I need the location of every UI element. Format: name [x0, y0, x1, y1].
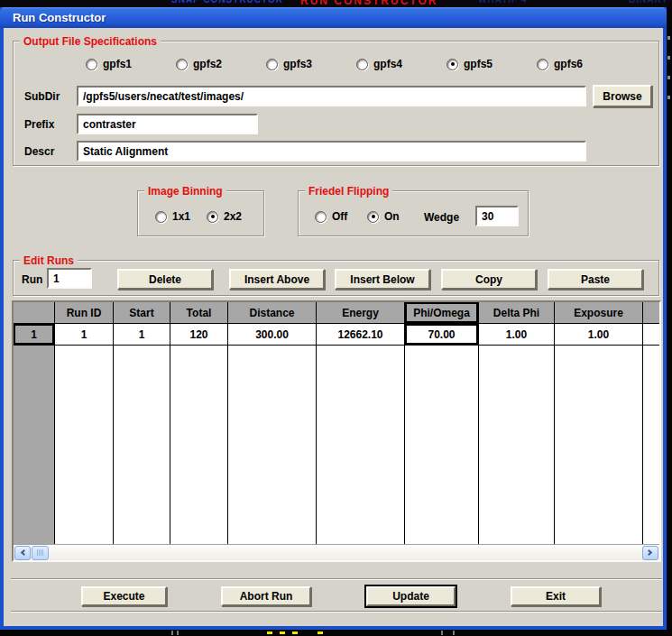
- paste-button[interactable]: Paste: [548, 269, 643, 290]
- radio-gpfs1[interactable]: gpfs1: [86, 58, 132, 70]
- radio-1x1-label: 1x1: [172, 210, 190, 223]
- chevron-left-icon: [21, 549, 27, 556]
- radio-gpfs3[interactable]: gpfs3: [266, 58, 312, 70]
- column-header-run-id[interactable]: Run ID: [55, 302, 114, 324]
- scroll-right-button[interactable]: [642, 546, 658, 560]
- radio-on-label: On: [384, 210, 400, 223]
- screen: SNAP CONSTRUCTOR RUN CONSTRUCTOR WHATIF …: [0, 0, 672, 636]
- column-header-energy[interactable]: Energy: [317, 302, 405, 324]
- chevron-right-icon: [646, 549, 652, 556]
- table-header-row: Run ID Start Total Distance Energy Phi/O…: [14, 302, 659, 324]
- radio-circle-icon: [155, 211, 167, 223]
- background-tab-run-constructor: RUN CONSTRUCTOR: [300, 0, 437, 7]
- column-header-total[interactable]: Total: [170, 302, 228, 324]
- prefix-input[interactable]: [77, 114, 258, 134]
- image-binning-legend: Image Binning: [144, 185, 226, 198]
- browse-button[interactable]: Browse: [593, 85, 652, 107]
- run-label: Run: [22, 273, 42, 286]
- radio-off-label: Off: [332, 210, 347, 223]
- subdir-label: SubDir: [24, 90, 60, 103]
- scroll-left-button[interactable]: [14, 546, 31, 560]
- background-window-bottom-strip: [0, 630, 672, 636]
- update-button[interactable]: Update: [366, 586, 456, 606]
- column-header-start[interactable]: Start: [114, 302, 170, 324]
- background-tab-whatif: WHATIF 4: [478, 0, 527, 5]
- copy-button[interactable]: Copy: [441, 269, 537, 290]
- subdir-input[interactable]: [77, 86, 586, 106]
- radio-circle-icon: [537, 59, 548, 70]
- radio-circle-icon: [315, 211, 327, 223]
- radio-circle-icon: [356, 59, 368, 70]
- run-number-input[interactable]: [47, 268, 92, 289]
- cell-run-id[interactable]: 1: [55, 324, 114, 346]
- edit-runs-legend: Edit Runs: [20, 254, 78, 267]
- column-header-delta-phi[interactable]: Delta Phi: [479, 302, 555, 324]
- radio-circle-icon: [446, 59, 458, 70]
- radio-friedel-on[interactable]: On: [367, 210, 400, 223]
- title-bar[interactable]: Run Constructor: [0, 7, 667, 28]
- cell-exposure[interactable]: 1.00: [555, 324, 643, 346]
- table-header-filler: [643, 302, 659, 324]
- table-empty-area: [14, 346, 659, 544]
- radio-gpfs1-label: gpfs1: [103, 58, 132, 70]
- radio-2x2-label: 2x2: [224, 210, 242, 223]
- radio-circle-icon: [176, 59, 188, 70]
- footer-separator-bottom: [11, 611, 662, 613]
- friedel-flipping-legend: Friedel Flipping: [305, 185, 392, 198]
- radio-gpfs4[interactable]: gpfs4: [356, 58, 402, 70]
- background-right-mark: [667, 76, 670, 79]
- radio-binning-2x2[interactable]: 2x2: [207, 210, 242, 223]
- scrollbar-thumb[interactable]: [32, 546, 49, 560]
- cell-distance[interactable]: 300.00: [228, 324, 317, 346]
- background-right-mark: [667, 96, 670, 99]
- exit-button[interactable]: Exit: [511, 586, 601, 606]
- radio-gpfs2[interactable]: gpfs2: [176, 58, 222, 70]
- prefix-label: Prefix: [24, 118, 54, 131]
- radio-gpfs5[interactable]: gpfs5: [446, 58, 492, 70]
- insert-above-button[interactable]: Insert Above: [229, 269, 325, 290]
- radio-circle-icon: [207, 211, 218, 223]
- cell-delta-phi[interactable]: 1.00: [479, 324, 555, 346]
- cell-energy[interactable]: 12662.10: [317, 324, 405, 346]
- background-tab-snap-constructor: SNAP CONSTRUCTOR: [171, 0, 283, 5]
- background-tab-binary: BINARY: [629, 0, 668, 5]
- radio-circle-icon: [86, 59, 97, 70]
- wedge-input[interactable]: [475, 206, 519, 226]
- column-header-phi-omega[interactable]: Phi/Omega: [405, 302, 479, 324]
- table-row: 1 1 1 120 300.00 12662.10 70.00 1.00 1.0…: [14, 324, 659, 346]
- cell-total[interactable]: 120: [170, 324, 228, 346]
- table-corner-cell: [14, 302, 55, 324]
- radio-gpfs5-label: gpfs5: [464, 58, 492, 70]
- abort-run-button[interactable]: Abort Run: [221, 586, 311, 606]
- radio-circle-icon: [367, 211, 379, 223]
- wedge-label: Wedge: [424, 211, 459, 224]
- radio-gpfs2-label: gpfs2: [193, 58, 222, 70]
- background-right-mark: [667, 36, 670, 40]
- background-right-mark: [667, 56, 670, 60]
- radio-binning-1x1[interactable]: 1x1: [155, 210, 190, 223]
- radio-gpfs6-label: gpfs6: [554, 58, 583, 70]
- radio-gpfs3-label: gpfs3: [283, 58, 312, 70]
- radio-gpfs6[interactable]: gpfs6: [537, 58, 583, 70]
- footer-separator-top: [11, 578, 662, 580]
- descr-label: Descr: [24, 145, 54, 158]
- horizontal-scrollbar: [14, 544, 659, 560]
- cell-start[interactable]: 1: [114, 324, 170, 346]
- descr-input[interactable]: [77, 141, 586, 161]
- radio-gpfs4-label: gpfs4: [373, 58, 402, 70]
- runs-table: Run ID Start Total Distance Energy Phi/O…: [12, 300, 661, 562]
- window-title: Run Constructor: [13, 11, 106, 24]
- radio-friedel-off[interactable]: Off: [315, 210, 347, 223]
- column-header-distance[interactable]: Distance: [228, 302, 317, 324]
- cell-phi-omega-selected[interactable]: 70.00: [405, 324, 479, 346]
- row-header-1[interactable]: 1: [14, 324, 55, 346]
- output-file-specifications-legend: Output File Specifications: [20, 35, 161, 48]
- background-window-top-strip: SNAP CONSTRUCTOR RUN CONSTRUCTOR WHATIF …: [0, 0, 672, 7]
- radio-circle-icon: [266, 59, 278, 70]
- delete-button[interactable]: Delete: [117, 269, 213, 290]
- table-row-filler: [643, 324, 659, 346]
- execute-button[interactable]: Execute: [81, 586, 167, 606]
- column-header-exposure[interactable]: Exposure: [555, 302, 643, 324]
- insert-below-button[interactable]: Insert Below: [335, 269, 430, 290]
